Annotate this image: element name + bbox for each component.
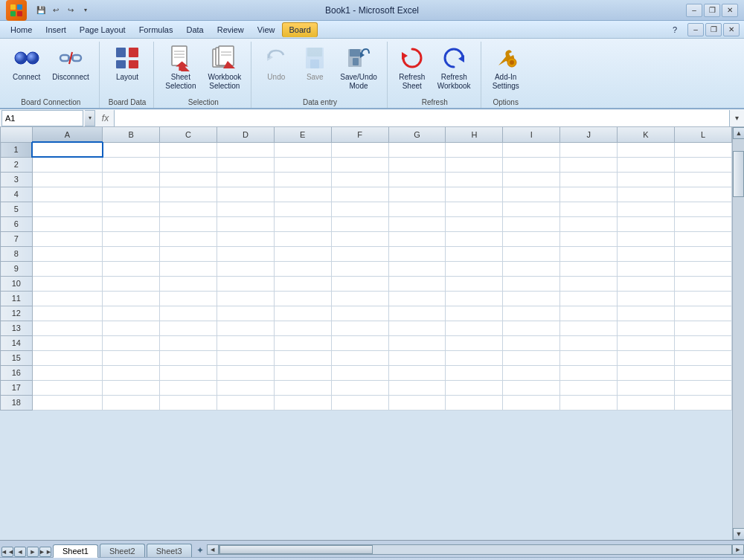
cell-J8[interactable]: [560, 246, 618, 261]
cell-H17[interactable]: [446, 380, 503, 395]
col-header-d[interactable]: D: [217, 127, 274, 142]
row-num-3[interactable]: 3: [1, 172, 33, 187]
cell-B6[interactable]: [103, 216, 160, 231]
cell-D4[interactable]: [217, 187, 274, 202]
cell-B12[interactable]: [103, 306, 160, 321]
cell-D11[interactable]: [217, 291, 274, 306]
cell-F5[interactable]: [331, 202, 388, 216]
row-num-18[interactable]: 18: [1, 395, 33, 410]
tab-new-sheet-button[interactable]: ✦: [193, 544, 207, 557]
cell-G7[interactable]: [388, 231, 446, 246]
layout-button[interactable]: Layout: [109, 42, 146, 85]
cell-D3[interactable]: [217, 172, 274, 187]
cell-B15[interactable]: [103, 350, 160, 365]
cell-I3[interactable]: [503, 172, 560, 187]
cell-I15[interactable]: [503, 350, 560, 365]
cell-L4[interactable]: [674, 187, 731, 202]
cell-A5[interactable]: [32, 202, 103, 216]
cell-L9[interactable]: [674, 261, 731, 276]
cell-I18[interactable]: [503, 395, 560, 410]
cell-B13[interactable]: [103, 321, 160, 335]
cell-I5[interactable]: [503, 202, 560, 216]
refresh-workbook-button[interactable]: RefreshWorkbook: [432, 42, 476, 94]
cell-K7[interactable]: [618, 231, 675, 246]
row-num-16[interactable]: 16: [1, 365, 33, 380]
cell-C15[interactable]: [160, 350, 217, 365]
sheet-selection-button[interactable]: SheetSelection: [160, 42, 201, 94]
cell-G11[interactable]: [388, 291, 446, 306]
cell-C1[interactable]: [160, 142, 217, 157]
cell-A9[interactable]: [32, 261, 103, 276]
cell-I11[interactable]: [503, 291, 560, 306]
cell-J4[interactable]: [560, 187, 618, 202]
cell-ref-dropdown[interactable]: ▾: [85, 110, 95, 126]
cell-I10[interactable]: [503, 276, 560, 291]
row-num-10[interactable]: 10: [1, 276, 33, 291]
cell-B17[interactable]: [103, 380, 160, 395]
menu-help[interactable]: ?: [667, 22, 683, 37]
cell-J14[interactable]: [560, 335, 618, 350]
cell-J9[interactable]: [560, 261, 618, 276]
cell-F18[interactable]: [331, 395, 388, 410]
cell-E15[interactable]: [274, 350, 331, 365]
row-num-6[interactable]: 6: [1, 216, 33, 231]
cell-C16[interactable]: [160, 365, 217, 380]
col-header-i[interactable]: I: [503, 127, 560, 142]
cell-B2[interactable]: [103, 157, 160, 172]
cell-K9[interactable]: [618, 261, 675, 276]
ribbon-minimize-button[interactable]: –: [687, 23, 704, 36]
cell-B18[interactable]: [103, 395, 160, 410]
row-num-4[interactable]: 4: [1, 187, 33, 202]
cell-C14[interactable]: [160, 335, 217, 350]
cell-F6[interactable]: [331, 216, 388, 231]
cell-F11[interactable]: [331, 291, 388, 306]
cell-C3[interactable]: [160, 172, 217, 187]
cell-D9[interactable]: [217, 261, 274, 276]
quick-save-button[interactable]: 💾: [34, 4, 48, 17]
cell-B7[interactable]: [103, 231, 160, 246]
cell-H8[interactable]: [446, 246, 503, 261]
cell-I9[interactable]: [503, 261, 560, 276]
col-header-l[interactable]: L: [674, 127, 731, 142]
cell-L17[interactable]: [674, 380, 731, 395]
col-header-g[interactable]: G: [388, 127, 446, 142]
cell-D18[interactable]: [217, 395, 274, 410]
cell-J18[interactable]: [560, 395, 618, 410]
cell-G17[interactable]: [388, 380, 446, 395]
cell-G18[interactable]: [388, 395, 446, 410]
cell-K18[interactable]: [618, 395, 675, 410]
vertical-scrollbar[interactable]: ▲ ▼: [732, 127, 744, 540]
menu-data[interactable]: Data: [180, 22, 209, 37]
row-num-1[interactable]: 1: [1, 142, 33, 157]
cell-H9[interactable]: [446, 261, 503, 276]
cell-A16[interactable]: [32, 365, 103, 380]
cell-G14[interactable]: [388, 335, 446, 350]
cell-E1[interactable]: [274, 142, 331, 157]
scroll-up-button[interactable]: ▲: [733, 127, 744, 139]
cell-L10[interactable]: [674, 276, 731, 291]
cell-E18[interactable]: [274, 395, 331, 410]
cell-A2[interactable]: [32, 157, 103, 172]
cell-L13[interactable]: [674, 321, 731, 335]
cell-J7[interactable]: [560, 231, 618, 246]
cell-A17[interactable]: [32, 380, 103, 395]
cell-F16[interactable]: [331, 365, 388, 380]
cell-A15[interactable]: [32, 350, 103, 365]
cell-I6[interactable]: [503, 216, 560, 231]
quick-access-dropdown[interactable]: ▾: [79, 4, 92, 17]
cell-H10[interactable]: [446, 276, 503, 291]
cell-A3[interactable]: [32, 172, 103, 187]
cell-C11[interactable]: [160, 291, 217, 306]
cell-C5[interactable]: [160, 202, 217, 216]
cell-F14[interactable]: [331, 335, 388, 350]
col-header-k[interactable]: K: [618, 127, 675, 142]
row-num-7[interactable]: 7: [1, 231, 33, 246]
menu-formulas[interactable]: Formulas: [133, 22, 179, 37]
cell-K17[interactable]: [618, 380, 675, 395]
disconnect-button[interactable]: Disconnect: [47, 42, 94, 85]
cell-A12[interactable]: [32, 306, 103, 321]
cell-G6[interactable]: [388, 216, 446, 231]
cell-I7[interactable]: [503, 231, 560, 246]
cell-G5[interactable]: [388, 202, 446, 216]
cell-E11[interactable]: [274, 291, 331, 306]
